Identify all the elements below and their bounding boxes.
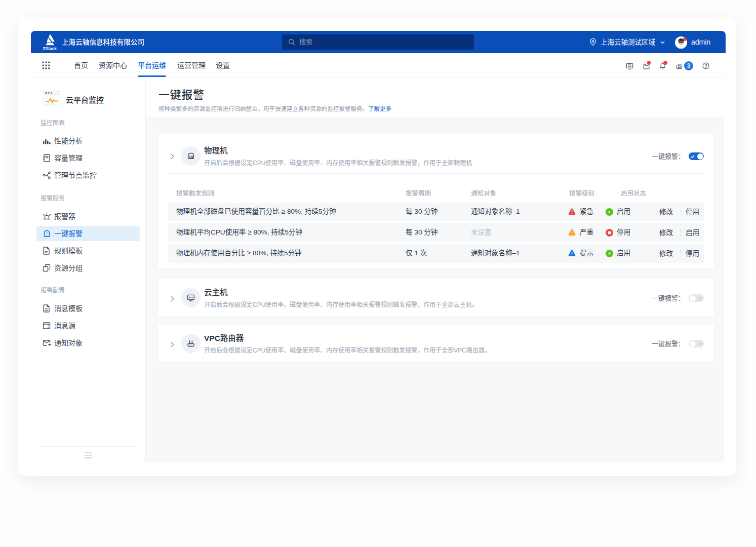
svg-text:ZStack: ZStack [43, 46, 57, 51]
